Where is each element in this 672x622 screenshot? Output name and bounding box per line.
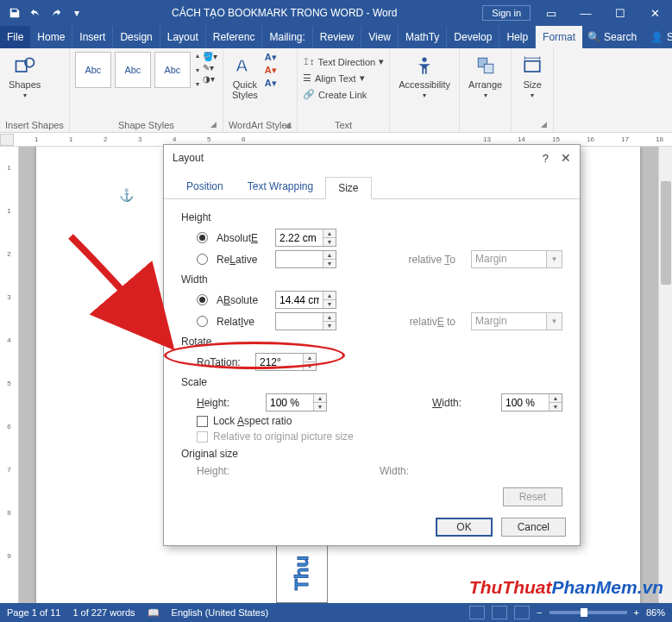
spin-down-icon[interactable]: ▼ <box>550 403 562 411</box>
spin-up-icon[interactable]: ▲ <box>323 251 336 260</box>
radio-width-relative[interactable] <box>197 316 208 327</box>
spinner-scale-width[interactable]: ▲▼ <box>501 393 562 412</box>
signin-button[interactable]: Sign in <box>482 5 531 21</box>
input-width-relative[interactable] <box>276 313 323 330</box>
selected-shape[interactable]: Thu <box>276 543 328 603</box>
style-gallery-down-icon[interactable]: ▾ <box>196 66 199 74</box>
dialog-tab-size[interactable]: Size <box>325 177 371 199</box>
label-height-relative[interactable]: ReLative <box>217 254 267 266</box>
quick-styles-button[interactable]: A Quick Styles <box>229 52 261 102</box>
spinner-height-relative[interactable]: ▲▼ <box>275 250 336 268</box>
input-scale-height[interactable] <box>267 394 313 411</box>
spin-down-icon[interactable]: ▼ <box>323 260 336 267</box>
ribbon-options-icon[interactable]: ▭ <box>534 0 568 26</box>
zoom-slider[interactable] <box>550 611 627 614</box>
create-link-button[interactable]: 🔗Create Link <box>303 88 384 101</box>
dialog-close-button[interactable]: ✕ <box>561 151 571 165</box>
tab-home[interactable]: Home <box>30 26 72 48</box>
radio-width-absolute[interactable] <box>197 294 208 305</box>
input-height-absolute[interactable] <box>276 229 323 246</box>
minimize-button[interactable]: ― <box>568 0 603 26</box>
save-icon[interactable] <box>5 3 24 22</box>
dialog-tab-text-wrapping[interactable]: Text Wrapping <box>236 176 325 198</box>
label-lock-aspect[interactable]: Lock Aspect ratio <box>213 415 292 427</box>
tab-review[interactable]: Review <box>313 26 361 48</box>
undo-icon[interactable] <box>26 3 45 22</box>
size-button[interactable]: Size ▾ <box>517 52 548 101</box>
tab-insert[interactable]: Insert <box>72 26 113 48</box>
spin-up-icon[interactable]: ▲ <box>323 313 336 322</box>
input-rotation[interactable] <box>256 354 303 370</box>
view-print-icon[interactable] <box>492 606 507 619</box>
spin-down-icon[interactable]: ▼ <box>304 362 316 370</box>
size-launcher-icon[interactable]: ◢ <box>541 120 551 130</box>
ok-button[interactable]: OK <box>436 518 492 537</box>
chevron-down-icon[interactable]: ▼ <box>546 251 562 267</box>
text-effects-button[interactable]: A▾ <box>265 78 277 89</box>
chevron-down-icon[interactable]: ▼ <box>546 313 562 330</box>
accessibility-button[interactable]: Accessibility ▾ <box>395 52 454 101</box>
spin-up-icon[interactable]: ▲ <box>550 394 562 403</box>
status-proofing-icon[interactable]: 📖 <box>148 607 160 619</box>
scrollbar-thumb[interactable] <box>661 181 671 285</box>
tab-developer[interactable]: Develop <box>447 26 499 48</box>
reset-button[interactable]: Reset <box>503 487 562 506</box>
tab-view[interactable]: View <box>361 26 399 48</box>
text-fill-button[interactable]: A▾ <box>265 52 277 63</box>
spinner-width-absolute[interactable]: ▲▼ <box>275 291 336 309</box>
shapes-button[interactable]: Shapes ▾ <box>5 52 44 101</box>
shape-style-preset-3[interactable]: Abc <box>154 52 191 88</box>
shape-fill-button[interactable]: 🪣▾ <box>203 52 217 61</box>
label-width-absolute[interactable]: ABsolute <box>217 294 267 306</box>
spin-down-icon[interactable]: ▼ <box>323 322 336 330</box>
view-web-icon[interactable] <box>514 606 530 619</box>
view-read-icon[interactable] <box>469 606 485 619</box>
redo-icon[interactable] <box>47 3 66 22</box>
zoom-in-button[interactable]: + <box>634 607 639 618</box>
dialog-tab-position[interactable]: Position <box>174 176 236 198</box>
spinner-rotation[interactable]: ▲▼ <box>255 353 317 371</box>
spin-down-icon[interactable]: ▼ <box>323 238 336 246</box>
tab-help[interactable]: Help <box>499 26 536 48</box>
spin-up-icon[interactable]: ▲ <box>323 292 336 300</box>
text-direction-button[interactable]: 𝙸↕Text Direction ▾ <box>303 55 384 68</box>
tab-format[interactable]: Format <box>536 26 582 48</box>
shape-styles-launcher-icon[interactable]: ◢ <box>210 120 221 130</box>
style-gallery-up-icon[interactable]: ▴ <box>196 52 199 60</box>
dialog-help-button[interactable]: ? <box>543 152 549 165</box>
input-width-absolute[interactable] <box>276 292 323 308</box>
tab-design[interactable]: Design <box>113 26 160 48</box>
input-scale-width[interactable] <box>502 394 549 411</box>
text-outline-button[interactable]: A▾ <box>265 65 277 76</box>
wordart-launcher-icon[interactable]: ◢ <box>285 120 295 130</box>
shape-outline-button[interactable]: ✎▾ <box>203 63 217 72</box>
tab-selector[interactable] <box>0 134 14 146</box>
style-gallery-more-icon[interactable]: ▾ <box>196 80 199 88</box>
share-button[interactable]: 👤Share <box>645 31 672 43</box>
cancel-button[interactable]: Cancel <box>501 518 566 537</box>
scrollbar-vertical[interactable] <box>658 147 672 603</box>
shape-style-preset-2[interactable]: Abc <box>115 52 151 88</box>
maximize-button[interactable]: ☐ <box>603 0 637 26</box>
input-height-relative[interactable] <box>276 251 323 267</box>
zoom-thumb[interactable] <box>581 608 587 617</box>
label-height-absolute[interactable]: AbsolutE <box>217 232 267 244</box>
combo-height-relative-to[interactable]: Margin▼ <box>471 250 562 268</box>
ruler-vertical[interactable]: 1123456789 <box>0 147 19 603</box>
spin-up-icon[interactable]: ▲ <box>304 354 316 362</box>
status-page[interactable]: Page 1 of 11 <box>7 607 60 618</box>
spinner-scale-height[interactable]: ▲▼ <box>266 393 327 412</box>
spin-down-icon[interactable]: ▼ <box>314 403 326 411</box>
radio-height-absolute[interactable] <box>197 232 208 243</box>
radio-height-relative[interactable] <box>197 254 208 265</box>
tab-mathtype[interactable]: MathTy <box>399 26 447 48</box>
qat-more-icon[interactable]: ▾ <box>67 3 86 22</box>
dialog-titlebar[interactable]: Layout ? ✕ <box>164 145 580 171</box>
shape-effects-button[interactable]: ◑▾ <box>203 74 217 84</box>
search-button[interactable]: 🔍Search <box>582 31 642 43</box>
tab-references[interactable]: Referenc <box>206 26 263 48</box>
spin-up-icon[interactable]: ▲ <box>323 229 336 238</box>
tab-file[interactable]: File <box>0 26 30 48</box>
label-width-relative[interactable]: RelatIve <box>217 316 267 328</box>
status-language[interactable]: English (United States) <box>172 607 269 618</box>
